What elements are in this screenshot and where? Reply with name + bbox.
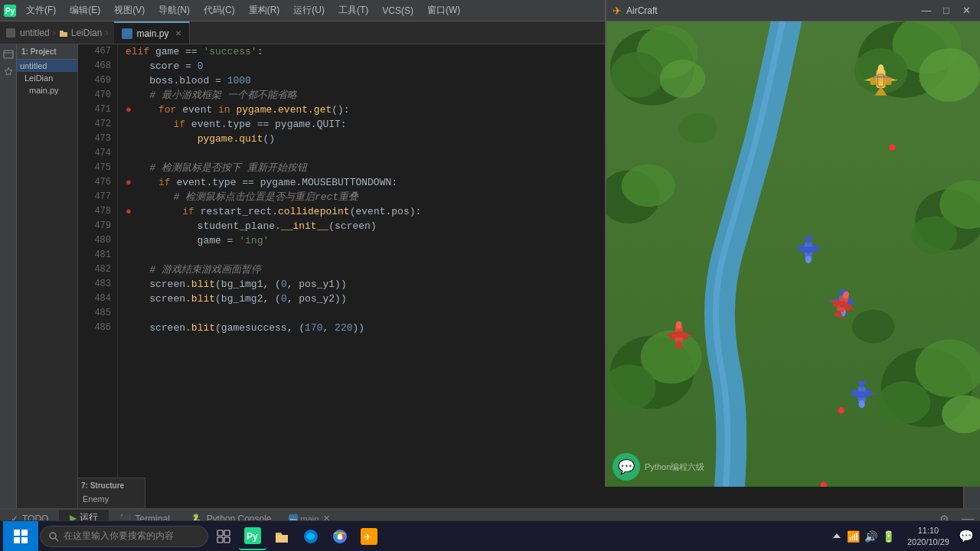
svg-marker-5 <box>5 67 12 75</box>
sidebar-item-mainpy[interactable]: main.py <box>17 84 77 96</box>
time: 11:10 <box>907 525 949 536</box>
svg-point-40 <box>805 256 812 263</box>
sidebar-title: 1: Project <box>17 44 77 60</box>
svg-point-14 <box>919 48 980 102</box>
tab-main-py[interactable]: main.py ✕ <box>114 21 190 44</box>
svg-point-9 <box>610 52 664 98</box>
svg-rect-66 <box>853 390 858 396</box>
favorites-icon <box>3 66 14 77</box>
svg-rect-54 <box>683 333 688 340</box>
app-logo: Py <box>3 4 17 18</box>
task-view-icon <box>217 530 230 543</box>
game-restore[interactable]: □ <box>939 3 954 18</box>
structure-title: 7: Structure <box>81 481 142 490</box>
menu-item-code[interactable]: 代码(C) <box>198 2 241 18</box>
line-numbers: 467 468 469 470 471 472 473 474 475 476 … <box>78 44 118 508</box>
taskbar-chrome-icon[interactable] <box>326 523 354 550</box>
wechat-area: 💬 Python编程六级 <box>612 453 704 481</box>
taskbar-file-explorer-icon[interactable] <box>268 523 296 550</box>
menu-item-vcs[interactable]: VCS(S) <box>376 4 420 18</box>
sidebar-item-untitled[interactable]: untitled <box>17 60 77 72</box>
svg-rect-3 <box>4 51 13 58</box>
taskbar-edge-icon[interactable] <box>297 523 325 550</box>
breadcrumb-folder[interactable]: LeiDian <box>71 28 103 38</box>
date: 2020/10/29 <box>907 536 949 548</box>
svg-rect-87 <box>224 537 230 543</box>
game-minimize[interactable]: — <box>919 3 934 18</box>
terrain-svg: Python <box>606 21 980 487</box>
menu-item-tools[interactable]: 工具(T) <box>332 2 374 18</box>
svg-point-16 <box>622 164 675 207</box>
main-layout: 1: Project untitled LeiDian main.py 467 … <box>0 44 980 508</box>
svg-point-68 <box>838 407 844 413</box>
tab-label: main.py <box>136 28 168 39</box>
svg-point-25 <box>877 381 931 424</box>
file-explorer-icon <box>273 528 290 545</box>
svg-point-69 <box>889 145 895 151</box>
svg-rect-34 <box>886 77 892 85</box>
chrome-icon <box>332 528 348 545</box>
sys-tray: 📶 🔊 🔋 <box>825 530 901 543</box>
left-panel <box>0 44 17 508</box>
menu-item-run[interactable]: 运行(U) <box>287 2 331 18</box>
menu-item-window[interactable]: 窗口(W) <box>421 2 466 18</box>
menu-item-nav[interactable]: 导航(N) <box>152 2 196 18</box>
structure-panel-label: 7: Structure Enemy <box>78 478 145 508</box>
battery-icon: 🔋 <box>882 530 895 543</box>
svg-point-19 <box>911 216 957 254</box>
taskbar-search[interactable]: 在这里输入你要搜索的内容 <box>40 526 208 547</box>
menu-item-file[interactable]: 文件(F) <box>20 2 62 18</box>
game-icon: ✈ <box>612 5 622 17</box>
svg-rect-86 <box>217 537 223 543</box>
task-view-button[interactable] <box>210 523 237 550</box>
svg-rect-84 <box>217 530 223 536</box>
start-button[interactable] <box>3 521 38 552</box>
sidebar-item-leidian[interactable]: LeiDian <box>17 72 77 84</box>
wifi-icon: 📶 <box>847 530 860 543</box>
menu-item-view[interactable]: 视图(V) <box>108 2 151 18</box>
menu-item-edit[interactable]: 编辑(E) <box>64 2 106 18</box>
windows-logo-icon <box>13 529 28 544</box>
svg-text:Py: Py <box>247 531 258 542</box>
left-tab-project[interactable] <box>3 49 14 60</box>
breadcrumb-project[interactable]: untitled <box>20 28 50 38</box>
game-title: AirCraft <box>626 5 658 16</box>
tray-arrow-icon[interactable] <box>831 531 842 542</box>
watermark-text: Python编程六级 <box>645 461 704 473</box>
game-title-bar: ✈ AirCraft — □ ✕ <box>606 0 980 21</box>
svg-rect-79 <box>21 530 28 536</box>
game-canvas: 当前得分: 0 <box>606 21 980 487</box>
wechat-icon: 💬 <box>612 453 640 481</box>
project-icon <box>3 49 14 60</box>
svg-rect-36 <box>874 76 889 78</box>
svg-text:Py: Py <box>5 7 15 15</box>
left-tab-favorites[interactable] <box>3 66 14 77</box>
svg-rect-42 <box>799 245 805 252</box>
edge-icon <box>302 528 319 545</box>
taskbar-search-text: 在这里输入你要搜索的内容 <box>64 530 174 543</box>
svg-point-32 <box>878 64 884 73</box>
pycharm-logo-icon: Py <box>244 527 261 544</box>
structure-item-enemy[interactable]: Enemy <box>81 493 142 505</box>
svg-rect-90 <box>276 535 288 543</box>
time-display[interactable]: 11:10 2020/10/29 <box>903 523 954 549</box>
game-close[interactable]: ✕ <box>959 3 974 18</box>
svg-point-82 <box>50 533 56 539</box>
svg-marker-96 <box>833 533 841 538</box>
svg-point-27 <box>679 113 717 144</box>
svg-point-10 <box>660 60 706 98</box>
svg-text:✈: ✈ <box>364 532 371 543</box>
taskbar-game-icon[interactable]: ✈ <box>355 523 383 550</box>
volume-icon: 🔊 <box>864 530 877 543</box>
svg-rect-78 <box>14 530 20 536</box>
svg-rect-41 <box>812 245 818 252</box>
menu-item-refactor[interactable]: 重构(R) <box>243 2 286 18</box>
notification-icon[interactable]: 💬 <box>956 529 977 543</box>
svg-rect-65 <box>866 390 871 396</box>
taskbar-pycharm-icon[interactable]: Py <box>239 523 266 550</box>
svg-point-64 <box>859 400 865 408</box>
svg-rect-80 <box>14 537 20 543</box>
svg-rect-33 <box>871 77 877 85</box>
project-icon <box>6 28 15 37</box>
tab-close-button[interactable]: ✕ <box>175 29 181 37</box>
